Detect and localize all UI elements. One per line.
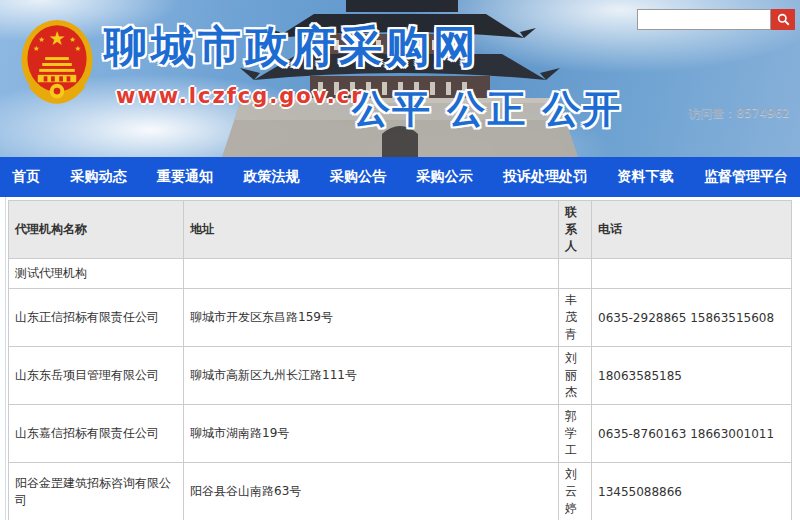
cell-contact: 刘丽杰	[559, 347, 592, 405]
nav-item[interactable]: 采购公告	[330, 168, 386, 186]
cell-address: 阳谷县谷山南路63号	[184, 463, 559, 520]
cell-address: 聊城市高新区九州长江路111号	[184, 347, 559, 405]
table-row: 山东正信招标有限责任公司聊城市开发区东昌路159号丰茂青0635-2928865…	[9, 289, 792, 347]
visit-counter-label: 访问量：	[689, 106, 737, 120]
svg-text:★: ★	[48, 27, 65, 50]
agency-table: 代理机构名称地址联系人电话 测试代理机构山东正信招标有限责任公司聊城市开发区东昌…	[8, 200, 792, 520]
cell-name: 测试代理机构	[9, 259, 184, 289]
svg-text:★: ★	[74, 44, 81, 53]
main-content: 代理机构名称地址联系人电话 测试代理机构山东正信招标有限责任公司聊城市开发区东昌…	[0, 197, 800, 520]
cell-phone: 13455088866	[592, 463, 792, 520]
search-button[interactable]	[771, 9, 795, 30]
cell-contact: 郭学工	[559, 405, 592, 463]
nav-item[interactable]: 首页	[12, 168, 40, 186]
cell-contact	[559, 259, 592, 289]
cell-contact: 丰茂青	[559, 289, 592, 347]
visit-counter: 访问量：8574962	[689, 105, 790, 122]
search-input[interactable]	[637, 9, 771, 30]
visit-counter-value: 8574962	[737, 106, 790, 120]
cell-phone: 18063585185	[592, 347, 792, 405]
table-row: 山东嘉信招标有限责任公司聊城市湖南路19号郭学工0635-8760163 186…	[9, 405, 792, 463]
agency-table-body: 测试代理机构山东正信招标有限责任公司聊城市开发区东昌路159号丰茂青0635-2…	[9, 259, 792, 520]
table-row: 测试代理机构	[9, 259, 792, 289]
cell-name: 山东东岳项目管理有限公司	[9, 347, 184, 405]
cell-phone: 0635-8760163 18663001011	[592, 405, 792, 463]
table-row: 山东东岳项目管理有限公司聊城市高新区九州长江路111号刘丽杰1806358518…	[9, 347, 792, 405]
nav-item[interactable]: 监督管理平台	[704, 168, 788, 186]
column-header: 电话	[592, 201, 792, 259]
site-slogan: 公平 公正 公开	[352, 84, 622, 135]
cell-address: 聊城市湖南路19号	[184, 405, 559, 463]
site-url: www.lczfcg.gov.cn	[116, 84, 368, 108]
cell-name: 山东正信招标有限责任公司	[9, 289, 184, 347]
main-nav: 首页采购动态重要通知政策法规采购公告采购公示投诉处理处罚资料下载监督管理平台	[0, 157, 800, 197]
nav-item[interactable]: 投诉处理处罚	[503, 168, 587, 186]
column-header: 联系人	[559, 201, 592, 259]
cell-phone: 0635-2928865 15863515608	[592, 289, 792, 347]
page-left-border	[5, 197, 6, 520]
cell-address	[184, 259, 559, 289]
svg-text:★: ★	[38, 35, 45, 44]
search-bar	[637, 9, 795, 30]
search-icon	[777, 13, 790, 26]
table-header-row: 代理机构名称地址联系人电话	[9, 201, 792, 259]
cell-phone	[592, 259, 792, 289]
cell-contact: 刘云婷	[559, 463, 592, 520]
column-header: 地址	[184, 201, 559, 259]
svg-text:★: ★	[69, 35, 76, 44]
china-national-emblem-icon: ★ ★ ★ ★ ★	[20, 18, 94, 108]
cell-address: 聊城市开发区东昌路159号	[184, 289, 559, 347]
nav-item[interactable]: 重要通知	[157, 168, 213, 186]
cell-name: 山东嘉信招标有限责任公司	[9, 405, 184, 463]
nav-item[interactable]: 采购公示	[417, 168, 473, 186]
site-title: 聊城市政府采购网	[104, 18, 480, 76]
nav-item[interactable]: 资料下载	[618, 168, 674, 186]
nav-item[interactable]: 采购动态	[71, 168, 127, 186]
table-row: 阳谷金罡建筑招标咨询有限公司阳谷县谷山南路63号刘云婷13455088866	[9, 463, 792, 520]
cell-name: 阳谷金罡建筑招标咨询有限公司	[9, 463, 184, 520]
svg-text:★: ★	[33, 44, 40, 53]
column-header: 代理机构名称	[9, 201, 184, 259]
nav-item[interactable]: 政策法规	[244, 168, 300, 186]
site-banner: ★ ★ ★ ★ ★ 聊城市政府采购网 www.lczfcg.gov.cn 公平 …	[0, 0, 800, 157]
